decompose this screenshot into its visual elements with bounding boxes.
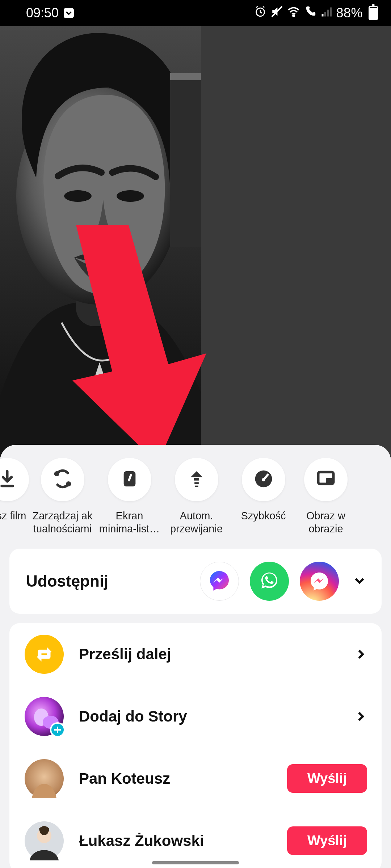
chevron-down-icon (353, 574, 366, 588)
send-button[interactable]: Wyślij (287, 826, 367, 855)
share-targets-list: Prześlij dalej Dodaj do Story Pan Koteus… (9, 623, 382, 868)
share-sheet: pisz film Zarządzaj ak tualnościami Ekra… (0, 445, 391, 868)
svg-rect-5 (327, 10, 329, 17)
refresh-dots-icon (52, 469, 73, 490)
messenger-icon (208, 569, 231, 593)
svg-point-16 (66, 481, 71, 486)
svg-rect-3 (322, 14, 324, 17)
svg-rect-14 (0, 485, 14, 487)
avatar-contact (25, 759, 64, 798)
list-item-label: Dodaj do Story (79, 708, 187, 725)
list-item-contact-1[interactable]: Pan Koteusz Wyślij (9, 748, 382, 810)
download-icon (0, 469, 17, 490)
share-whatsapp-button[interactable] (250, 562, 289, 601)
chevron-right-icon (354, 648, 367, 661)
home-indicator[interactable] (152, 861, 239, 864)
svg-point-15 (54, 471, 59, 476)
video-thumbnail (0, 26, 201, 456)
action-picture-in-picture[interactable]: Obraz w obrazie (297, 458, 355, 536)
action-label: Ekran minima-list… (97, 509, 162, 536)
list-item-add-story[interactable]: Dodaj do Story (9, 685, 382, 748)
svg-point-10 (64, 190, 92, 202)
action-label: Zarządzaj ak tualnościami (30, 509, 95, 536)
share-expand-button[interactable] (352, 574, 367, 589)
mute-icon (271, 5, 283, 21)
alarm-icon (254, 5, 266, 21)
svg-rect-4 (324, 12, 326, 17)
share-instagram-dm-button[interactable] (300, 562, 339, 601)
messenger-icon (308, 569, 331, 593)
svg-rect-21 (195, 486, 198, 487)
status-bar: 09:50 88% (0, 0, 391, 26)
signal-icon (321, 5, 332, 21)
action-speed[interactable]: Szybkość (230, 458, 297, 522)
list-item-label: Pan Koteusz (79, 770, 170, 787)
avatar-story (25, 697, 64, 736)
chevron-right-icon (354, 710, 367, 723)
action-manage-updates[interactable]: Zarządzaj ak tualnościami (29, 458, 96, 536)
action-label: Szybkość (241, 509, 286, 522)
repost-icon (25, 635, 64, 674)
call-icon (304, 5, 316, 21)
battery-percentage: 88% (336, 5, 363, 21)
list-item-repost[interactable]: Prześlij dalej (9, 623, 382, 685)
plus-badge-icon (50, 722, 65, 737)
pip-icon (316, 469, 336, 490)
status-time: 09:50 (26, 5, 59, 21)
share-messenger-button[interactable] (200, 562, 239, 601)
action-auto-scroll[interactable]: Autom. przewijanie (163, 458, 230, 536)
svg-point-11 (117, 190, 144, 202)
share-card: Udostępnij (9, 549, 382, 614)
avatar-contact (25, 821, 64, 860)
send-button[interactable]: Wyślij (287, 764, 367, 793)
action-label: Obraz w obrazie (297, 509, 355, 536)
svg-point-2 (293, 15, 294, 16)
svg-rect-12 (170, 73, 201, 247)
screen-icon (119, 469, 140, 490)
wifi-icon (287, 5, 300, 21)
action-mini-list[interactable]: Ekran minima-list… (96, 458, 163, 536)
svg-rect-19 (194, 478, 199, 481)
auto-scroll-icon (186, 469, 207, 490)
svg-rect-13 (170, 73, 201, 80)
svg-rect-20 (194, 482, 199, 484)
battery-icon (369, 6, 378, 20)
action-label: Autom. przewijanie (164, 509, 229, 536)
share-title: Udostępnij (26, 572, 108, 590)
video-background[interactable] (0, 26, 391, 456)
list-item-label: Prześlij dalej (79, 646, 171, 663)
svg-rect-6 (330, 8, 332, 17)
sheet-actions-row[interactable]: pisz film Zarządzaj ak tualnościami Ekra… (0, 458, 391, 539)
action-label: pisz film (0, 509, 26, 522)
action-save-video[interactable]: pisz film (0, 458, 29, 522)
whatsapp-icon (258, 569, 281, 593)
status-notification-icon (64, 8, 74, 18)
svg-point-23 (262, 478, 265, 481)
list-item-contact-2[interactable]: Łukasz Żukowski Wyślij (9, 810, 382, 868)
svg-rect-25 (326, 478, 333, 483)
speedometer-icon (253, 469, 274, 490)
list-item-label: Łukasz Żukowski (79, 832, 204, 850)
